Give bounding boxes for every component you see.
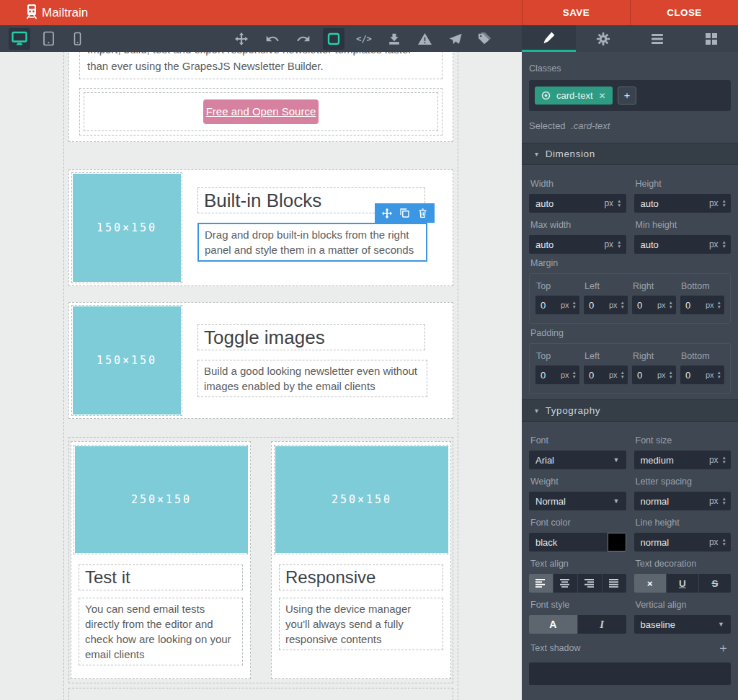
font-select[interactable]: Arial ▼ [529, 451, 626, 469]
padding-left-input[interactable]: 0 px ▲▼ [584, 365, 628, 384]
card-image-frame[interactable]: 150×150 [71, 172, 182, 283]
card-image-frame[interactable]: 150×150 [71, 305, 182, 416]
typography-section-header[interactable]: ▾ Typography [522, 399, 738, 422]
two-column-section[interactable]: 250×150 Test it You can send email tests… [68, 437, 453, 683]
send-test-button[interactable] [444, 28, 466, 50]
image-placeholder-150[interactable]: 150×150 [73, 306, 181, 415]
image-placeholder-250[interactable]: 250×150 [275, 446, 448, 553]
drag-component-button[interactable] [378, 203, 396, 223]
card-text[interactable]: Build a good looking newsletter even wit… [197, 360, 427, 397]
column-test-it[interactable]: 250×150 Test it You can send email tests… [71, 441, 251, 679]
card-toggle-images[interactable]: 150×150 Toggle images Build a good looki… [68, 302, 453, 419]
column-text[interactable]: Using the device manager you'll always s… [279, 598, 443, 650]
copy-component-button[interactable] [396, 203, 414, 223]
height-input[interactable]: auto px ▲▼ [634, 194, 732, 213]
redo-button[interactable] [293, 28, 314, 50]
undo-button[interactable] [262, 28, 283, 50]
decoration-none-button[interactable]: × [634, 574, 667, 593]
tab-settings[interactable] [576, 25, 630, 52]
stepper[interactable]: ▲▼ [716, 371, 723, 379]
bold-icon: A [549, 619, 556, 630]
stepper[interactable]: ▲▼ [615, 240, 623, 249]
class-tag-card-text[interactable]: card-text ✕ [535, 87, 613, 105]
column-image-frame[interactable]: 250×150 [74, 445, 248, 554]
merge-tags-button[interactable] [474, 28, 496, 50]
letter-spacing-input[interactable]: normal px ▲▼ [634, 492, 732, 510]
cta-button[interactable]: Free and Open Source [203, 99, 319, 124]
column-responsive[interactable]: 250×150 Responsive Using the device mana… [271, 441, 451, 679]
margin-bottom-input[interactable]: 0 px ▲▼ [680, 296, 724, 314]
align-left-button[interactable] [529, 574, 554, 593]
align-justify-button[interactable] [603, 574, 626, 593]
margin-left-input[interactable]: 0 px ▲▼ [584, 296, 628, 314]
empty-section[interactable] [68, 688, 453, 700]
style-italic-button[interactable]: I [578, 615, 626, 634]
column-title[interactable]: Responsive [279, 564, 443, 590]
add-shadow-icon[interactable]: ＋ [717, 639, 729, 656]
stepper[interactable]: ▲▼ [667, 301, 675, 309]
stepper[interactable]: ▲▼ [721, 497, 728, 505]
add-class-button[interactable]: ＋ [618, 87, 636, 105]
width-input[interactable]: auto px ▲▼ [529, 194, 626, 213]
cta-cell[interactable]: Free and Open Source [84, 92, 438, 131]
device-tablet-button[interactable] [37, 28, 59, 50]
save-button[interactable]: SAVE [522, 0, 630, 25]
color-swatch[interactable] [608, 533, 626, 551]
stepper[interactable]: ▲▼ [571, 371, 578, 379]
column-text[interactable]: You can send email tests directly from t… [79, 598, 243, 665]
image-placeholder-150[interactable]: 150×150 [73, 174, 181, 282]
column-image-frame[interactable]: 250×150 [274, 445, 448, 554]
padding-right-input[interactable]: 0 px ▲▼ [632, 365, 676, 384]
font-color-input[interactable]: black [529, 533, 626, 551]
stepper[interactable]: ▲▼ [721, 538, 728, 546]
cta-section[interactable]: Free and Open Source [79, 88, 443, 136]
remove-class-icon[interactable]: ✕ [599, 91, 606, 101]
card-text[interactable]: Drag and drop built-in blocks from the r… [205, 229, 414, 256]
weight-select[interactable]: Normal ▼ [529, 492, 626, 510]
card-built-in-blocks[interactable]: 150×150 Built-in Blocks [68, 169, 453, 286]
margin-top-input[interactable]: 0 px ▲▼ [535, 296, 579, 314]
toggle-borders-button[interactable] [323, 28, 344, 50]
padding-top-input[interactable]: 0 px ▲▼ [535, 365, 579, 384]
stepper[interactable]: ▲▼ [721, 199, 728, 208]
stepper[interactable]: ▲▼ [619, 371, 626, 379]
column-title[interactable]: Test it [79, 564, 243, 590]
min-height-input[interactable]: auto px ▲▼ [634, 235, 732, 254]
card-title[interactable]: Toggle images [197, 324, 425, 350]
stepper[interactable]: ▲▼ [716, 301, 723, 309]
import-template-button[interactable] [383, 28, 405, 50]
text-shadow-box[interactable] [529, 663, 731, 685]
device-mobile-button[interactable] [66, 28, 88, 50]
decoration-underline-button[interactable]: U [667, 574, 699, 593]
stepper[interactable]: ▲▼ [667, 371, 675, 379]
warning-button[interactable] [414, 28, 435, 50]
style-bold-button[interactable]: A [529, 615, 578, 634]
card-text-selected[interactable]: Drag and drop built-in blocks from the r… [197, 223, 427, 262]
image-placeholder-250[interactable]: 250×150 [75, 446, 248, 553]
tab-layers[interactable] [630, 25, 684, 52]
device-desktop-button[interactable] [9, 28, 30, 50]
align-right-button[interactable] [578, 574, 603, 593]
close-button[interactable]: CLOSE [630, 0, 738, 25]
tab-style-manager[interactable] [522, 25, 576, 52]
stepper[interactable]: ▲▼ [571, 301, 578, 309]
stepper[interactable]: ▲▼ [619, 301, 626, 309]
delete-component-button[interactable] [414, 203, 432, 223]
decoration-strike-button[interactable]: S [699, 574, 731, 593]
vertical-align-select[interactable]: baseline ▼ [634, 615, 732, 634]
move-button[interactable] [231, 28, 252, 50]
line-height-input[interactable]: normal px ▲▼ [634, 533, 732, 551]
margin-right-input[interactable]: 0 px ▲▼ [632, 296, 676, 314]
stepper[interactable]: ▲▼ [615, 199, 623, 208]
header-section[interactable]: Import, build, test and export responsiv… [68, 52, 453, 142]
padding-bottom-input[interactable]: 0 px ▲▼ [680, 365, 724, 384]
tab-blocks[interactable] [684, 25, 738, 52]
dimension-section-header[interactable]: ▾ Dimension [522, 143, 738, 165]
max-width-input[interactable]: auto px ▲▼ [529, 235, 626, 254]
view-code-button[interactable]: </> [353, 28, 375, 50]
stepper[interactable]: ▲▼ [721, 456, 728, 464]
intro-paragraph[interactable]: Import, build, test and export responsiv… [79, 52, 443, 79]
align-center-button[interactable] [554, 574, 578, 593]
font-size-input[interactable]: medium px ▲▼ [634, 451, 732, 469]
stepper[interactable]: ▲▼ [721, 240, 728, 249]
